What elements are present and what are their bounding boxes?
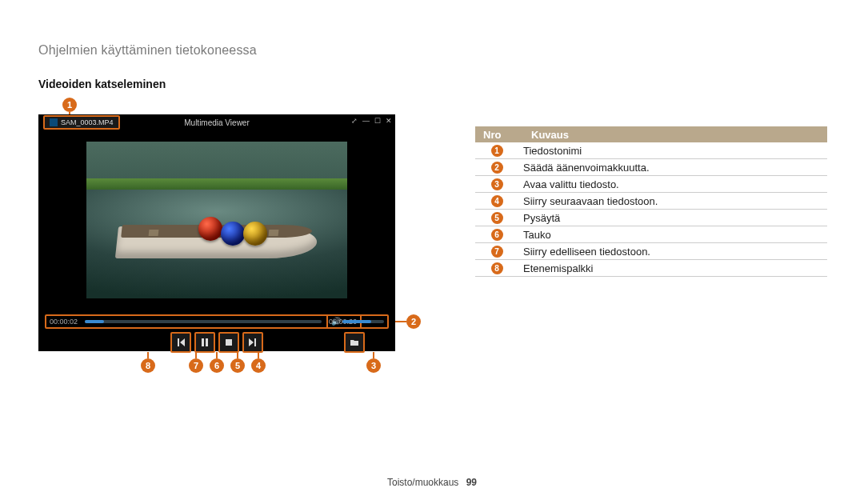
- filename-thumb: [50, 118, 58, 126]
- scene-ball-red: [198, 217, 222, 241]
- skip-prev-icon: [176, 338, 186, 347]
- callout-1: 1: [62, 98, 77, 112]
- page-title: Ohjelmien käyttäminen tietokoneessa: [38, 43, 257, 58]
- callout-4-line: [258, 352, 259, 358]
- th-kuvaus: Kuvaus: [526, 129, 827, 141]
- volume-fill: [342, 320, 371, 323]
- callout-6: 6: [210, 358, 224, 373]
- callout-3-line: [373, 352, 374, 358]
- pause-icon: [200, 338, 210, 347]
- prev-button[interactable]: [170, 332, 191, 353]
- row-num: 5: [491, 212, 503, 224]
- callout-8: 8: [141, 358, 155, 373]
- legend-table: Nro Kuvaus 1 Tiedostonimi 2 Säädä äänenv…: [475, 126, 827, 277]
- expand-icon[interactable]: ⤢: [351, 117, 358, 125]
- callout-7-line: [195, 352, 197, 358]
- table-row: 5 Pysäytä: [475, 210, 827, 226]
- row-desc: Etenemispalkki: [518, 262, 827, 274]
- titlebar: SAM_0003.MP4 Multimedia Viewer ⤢ — ☐ ✕: [38, 114, 395, 130]
- folder-icon: [350, 338, 359, 347]
- callout-5-line: [237, 352, 238, 358]
- row-desc: Avaa valittu tiedosto.: [518, 178, 827, 190]
- row-num: 4: [491, 195, 503, 207]
- filename-chip: SAM_0003.MP4: [43, 115, 120, 130]
- window-buttons: ⤢ — ☐ ✕: [351, 117, 392, 125]
- time-current: 00:00:02: [50, 318, 85, 326]
- volume-control[interactable]: 🔊: [326, 314, 389, 329]
- row-num: 7: [491, 246, 503, 258]
- callout-3: 3: [366, 358, 381, 373]
- row-num: 1: [491, 145, 503, 157]
- filename-text: SAM_0003.MP4: [61, 118, 114, 126]
- footer-label: Toisto/muokkaus: [387, 477, 458, 488]
- row-desc: Tauko: [518, 229, 827, 241]
- pause-button[interactable]: [194, 332, 215, 353]
- table-row: 1 Tiedostonimi: [475, 142, 827, 159]
- scene-ball-blue: [221, 222, 245, 246]
- playback-buttons: [38, 332, 395, 351]
- open-file-button[interactable]: [344, 332, 365, 353]
- progress-bar[interactable]: 00:00:02 00:00:26: [45, 314, 362, 329]
- callout-5: 5: [230, 358, 245, 373]
- callout-4: 4: [251, 358, 266, 373]
- skip-next-icon: [248, 338, 258, 347]
- progress-fill: [85, 320, 104, 323]
- next-button[interactable]: [242, 332, 263, 353]
- close-icon[interactable]: ✕: [386, 117, 392, 125]
- callout-2: 2: [406, 314, 421, 329]
- table-row: 6 Tauko: [475, 226, 827, 243]
- callout-2-line: [395, 321, 406, 322]
- table-row: 8 Etenemispalkki: [475, 260, 827, 277]
- row-desc: Siirry seuraavaan tiedostoon.: [518, 195, 827, 207]
- boat-seat-1: [149, 230, 159, 236]
- maximize-icon[interactable]: ☐: [374, 117, 381, 125]
- legend-table-head: Nro Kuvaus: [475, 126, 827, 142]
- table-row: 4 Siirry seuraavaan tiedostoon.: [475, 193, 827, 210]
- scene-ball-yellow: [243, 222, 267, 246]
- multimedia-viewer-window: SAM_0003.MP4 Multimedia Viewer ⤢ — ☐ ✕ 0…: [38, 114, 395, 351]
- progress-track[interactable]: [85, 320, 322, 323]
- row-num: 2: [491, 162, 503, 174]
- boat-seat-3: [269, 230, 279, 236]
- speaker-icon[interactable]: 🔊: [331, 318, 339, 326]
- th-nro: Nro: [475, 129, 526, 141]
- row-desc: Säädä äänenvoimakkuutta.: [518, 162, 827, 174]
- callout-6-line: [216, 352, 218, 358]
- footer-page: 99: [466, 477, 477, 488]
- table-row: 2 Säädä äänenvoimakkuutta.: [475, 159, 827, 176]
- minimize-icon[interactable]: —: [362, 117, 370, 125]
- callout-8-line: [147, 352, 149, 358]
- table-row: 3 Avaa valittu tiedosto.: [475, 176, 827, 193]
- row-num: 3: [491, 178, 503, 190]
- row-desc: Pysäytä: [518, 212, 827, 224]
- table-row: 7 Siirry edelliseen tiedostoon.: [475, 243, 827, 260]
- row-num: 8: [491, 262, 503, 274]
- row-desc: Tiedostonimi: [518, 145, 827, 157]
- stop-button[interactable]: [218, 332, 239, 353]
- stop-icon: [224, 338, 234, 347]
- volume-track[interactable]: [342, 320, 384, 323]
- page-footer: Toisto/muokkaus 99: [0, 477, 864, 488]
- section-title: Videoiden katseleminen: [38, 78, 166, 90]
- callout-7: 7: [189, 358, 203, 373]
- row-desc: Siirry edelliseen tiedostoon.: [518, 246, 827, 258]
- row-num: 6: [491, 229, 503, 241]
- video-canvas: [86, 142, 347, 298]
